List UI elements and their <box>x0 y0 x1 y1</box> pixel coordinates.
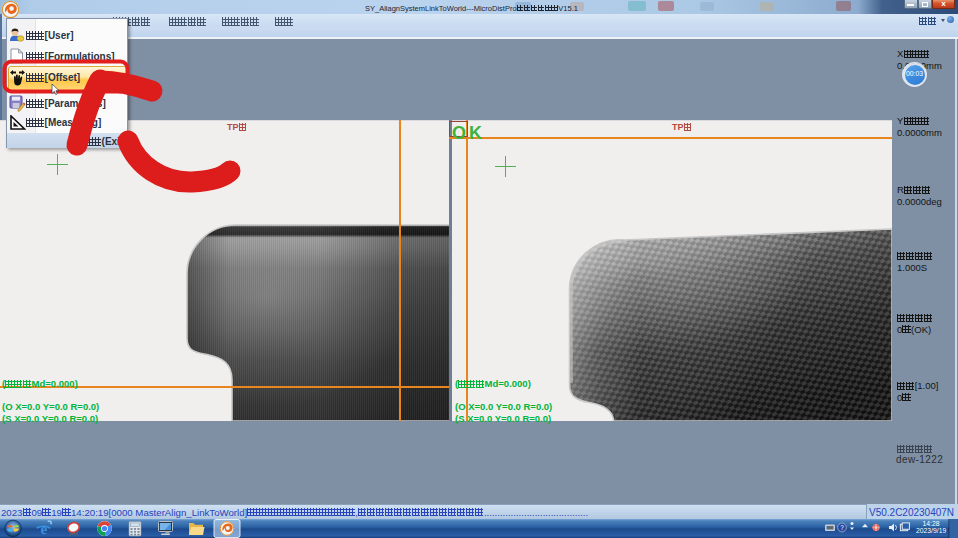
svg-text:e: e <box>40 521 47 537</box>
svg-text:?: ? <box>840 524 844 531</box>
